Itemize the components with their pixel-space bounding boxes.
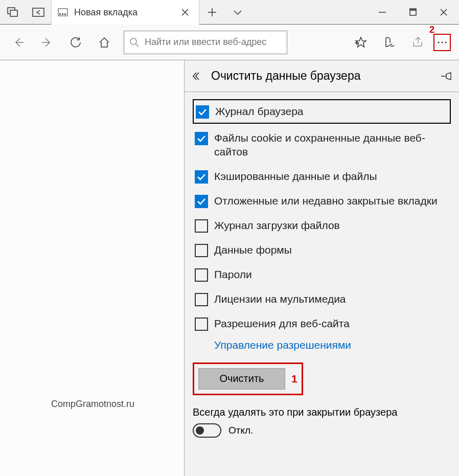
check-label: Кэшированные данные и файлы xyxy=(214,169,377,183)
minimize-button[interactable] xyxy=(367,0,398,25)
page-pane: CompGramotnost.ru xyxy=(0,60,184,476)
check-label: Пароли xyxy=(214,267,252,281)
check-row-0[interactable]: Журнал браузера xyxy=(193,99,451,124)
checkbox[interactable] xyxy=(195,318,208,331)
checkbox[interactable] xyxy=(195,132,208,145)
browser-tab[interactable]: Новая вкладка xyxy=(51,0,199,25)
checkbox[interactable] xyxy=(195,244,208,257)
svg-rect-2 xyxy=(33,8,44,16)
check-row-2[interactable]: Кэшированные данные и файлы xyxy=(193,164,451,189)
checkbox[interactable] xyxy=(195,219,208,233)
close-window-button[interactable] xyxy=(428,0,459,25)
tab-icon xyxy=(58,8,68,16)
back-button[interactable] xyxy=(5,29,32,56)
panel-body: Журнал браузераФайлы cookie и сохраненны… xyxy=(185,92,459,448)
tab-close-button[interactable] xyxy=(177,9,193,16)
content-area: CompGramotnost.ru Очистить данные браузе… xyxy=(0,60,459,476)
check-row-8[interactable]: Разрешения для веб-сайта xyxy=(193,311,451,336)
maximize-button[interactable] xyxy=(398,0,428,25)
more-menu-button[interactable] xyxy=(433,34,451,51)
pin-button[interactable] xyxy=(440,71,452,81)
search-icon xyxy=(129,37,140,48)
svg-rect-6 xyxy=(64,13,66,15)
refresh-button[interactable] xyxy=(62,29,89,56)
tab-title: Новая вкладка xyxy=(74,7,137,18)
share-button[interactable] xyxy=(405,29,431,56)
svg-rect-1 xyxy=(10,10,17,16)
check-label: Журнал загрузки файлов xyxy=(214,218,340,232)
checkbox[interactable] xyxy=(195,268,208,282)
check-row-3[interactable]: Отложенные или недавно закрытые вкладки xyxy=(193,189,451,213)
reading-list-button[interactable] xyxy=(376,29,403,56)
check-row-5[interactable]: Данные формы xyxy=(193,238,451,262)
panel-back-button[interactable] xyxy=(192,72,203,81)
svg-point-9 xyxy=(130,38,136,44)
new-tab-button[interactable] xyxy=(199,0,225,25)
always-delete-toggle-row: Откл. xyxy=(193,423,451,438)
checkbox[interactable] xyxy=(196,105,209,119)
forward-button[interactable] xyxy=(34,29,60,56)
checkbox[interactable] xyxy=(195,170,208,184)
check-label: Журнал браузера xyxy=(215,104,304,118)
toggle-knob xyxy=(196,426,204,435)
checkbox[interactable] xyxy=(195,195,208,208)
svg-rect-4 xyxy=(59,13,61,15)
check-label: Файлы cookie и сохраненные данные веб-са… xyxy=(214,131,449,159)
address-input[interactable] xyxy=(145,37,282,48)
address-bar[interactable] xyxy=(124,31,287,54)
annotation-1: 1 xyxy=(291,373,297,385)
svg-point-11 xyxy=(442,41,443,43)
panel-title: Очистить данные браузера xyxy=(211,69,431,83)
titlebar: Новая вкладка xyxy=(0,0,459,25)
check-label: Разрешения для веб-сайта xyxy=(214,316,350,330)
clear-button-highlight: Очистить 1 xyxy=(193,362,303,395)
check-row-4[interactable]: Журнал загрузки файлов xyxy=(193,213,451,238)
watermark: CompGramotnost.ru xyxy=(51,399,134,410)
check-row-1[interactable]: Файлы cookie и сохраненные данные веб-са… xyxy=(193,126,451,164)
favorites-button[interactable] xyxy=(348,29,374,56)
svg-point-12 xyxy=(445,41,447,43)
check-label: Данные формы xyxy=(214,243,292,257)
home-button[interactable] xyxy=(91,29,118,56)
tab-preview-button[interactable] xyxy=(0,0,26,25)
check-label: Отложенные или недавно закрытые вкладки xyxy=(214,194,438,208)
tab-dropdown-button[interactable] xyxy=(225,0,250,25)
checkbox[interactable] xyxy=(195,293,208,306)
check-label: Лицензии на мультимедиа xyxy=(214,292,346,306)
set-aside-tabs-button[interactable] xyxy=(26,0,51,25)
svg-rect-5 xyxy=(62,13,63,15)
titlebar-left xyxy=(0,0,51,24)
toggle-state-label: Откл. xyxy=(228,425,253,436)
clear-data-panel: Очистить данные браузера Журнал браузера… xyxy=(184,60,459,476)
svg-point-10 xyxy=(438,41,440,43)
always-delete-label: Всегда удалять это при закрытии браузера xyxy=(193,406,451,418)
check-row-7[interactable]: Лицензии на мультимедиа xyxy=(193,287,451,311)
panel-header: Очистить данные браузера xyxy=(185,60,459,92)
check-row-6[interactable]: Пароли xyxy=(193,262,451,287)
manage-permissions-link[interactable]: Управление разрешениями xyxy=(212,336,451,359)
clear-button[interactable]: Очистить xyxy=(198,368,285,390)
always-delete-toggle[interactable] xyxy=(193,423,221,438)
toolbar: 2 xyxy=(0,25,459,60)
window-controls xyxy=(367,0,459,24)
